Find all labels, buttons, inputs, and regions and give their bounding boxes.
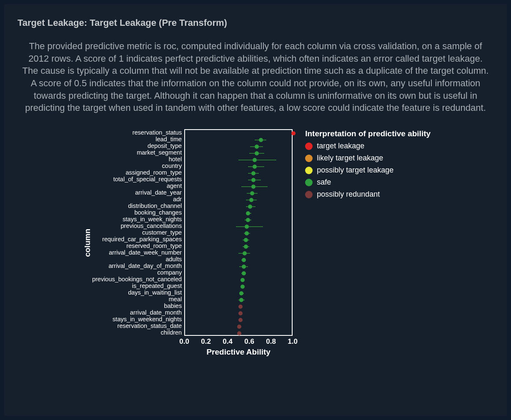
y-tick-label: previous_cancellations xyxy=(92,222,182,229)
legend-label: possibly target leakage xyxy=(317,166,393,175)
x-tick-label: 0.4 xyxy=(223,338,233,346)
y-tick-label: arrival_date_year xyxy=(92,189,182,196)
chart-container: column reservation_statuslead_timedeposi… xyxy=(18,129,493,357)
y-tick-label: arrival_date_month xyxy=(92,309,182,316)
report-panel: Target Leakage: Target Leakage (Pre Tran… xyxy=(4,4,507,416)
chart-area: column reservation_statuslead_timedeposi… xyxy=(80,129,293,357)
data-point xyxy=(244,238,248,242)
x-tick-label: 0.6 xyxy=(244,338,254,346)
y-tick-label: lead_time xyxy=(92,136,182,142)
y-tick-label: reservation_status_date xyxy=(92,322,182,329)
legend-swatch-icon xyxy=(305,155,313,162)
legend-title: Interpretation of predictive ability xyxy=(305,129,431,138)
y-tick-label: meal xyxy=(92,296,182,302)
x-tick-label: 0.8 xyxy=(266,338,276,346)
y-tick-label: total_of_special_requests xyxy=(92,176,182,182)
data-point xyxy=(249,198,253,202)
data-point xyxy=(242,271,246,275)
data-point xyxy=(237,325,241,329)
data-point xyxy=(242,258,246,262)
x-tick-label: 0.0 xyxy=(179,338,189,346)
data-point xyxy=(248,205,252,209)
legend-item: possibly redundant xyxy=(305,190,431,199)
y-tick-label: hotel xyxy=(92,156,182,162)
error-bar xyxy=(238,160,276,160)
legend-label: likely target leakage xyxy=(317,154,383,162)
data-point xyxy=(251,171,256,175)
error-bar xyxy=(236,226,263,227)
legend-swatch-icon xyxy=(305,179,313,186)
y-tick-label: customer_type xyxy=(92,229,182,236)
legend-item: safe xyxy=(305,178,431,187)
y-axis-labels: reservation_statuslead_timedeposit_typem… xyxy=(92,129,184,357)
page-title: Target Leakage: Target Leakage (Pre Tran… xyxy=(18,18,493,28)
y-tick-label: required_car_parking_spaces xyxy=(92,236,182,242)
y-tick-label: market_segment xyxy=(92,149,182,156)
data-point xyxy=(237,331,241,335)
legend-label: safe xyxy=(317,178,331,187)
y-tick-label: arrival_date_week_number xyxy=(92,249,182,256)
y-tick-label: distribution_channel xyxy=(92,202,182,209)
data-point xyxy=(243,251,247,255)
legend-swatch-icon xyxy=(305,167,313,174)
x-axis-title: Predictive Ability xyxy=(184,348,293,357)
data-point xyxy=(250,191,254,195)
data-point xyxy=(240,278,245,282)
data-point xyxy=(246,218,250,222)
x-tick-label: 0.2 xyxy=(201,338,211,346)
data-point xyxy=(251,185,256,189)
legend-item: target leakage xyxy=(305,142,431,150)
description-text: The provided predictive metric is roc, c… xyxy=(18,40,493,114)
data-point xyxy=(239,291,243,295)
data-point xyxy=(242,265,246,269)
data-point xyxy=(238,311,243,315)
y-tick-label: agent xyxy=(92,182,182,189)
y-tick-label: reserved_room_type xyxy=(92,242,182,249)
x-tick-label: 1.0 xyxy=(288,338,298,346)
y-tick-label: is_repeated_guest xyxy=(92,282,182,289)
data-point xyxy=(259,138,263,142)
y-tick-label: children xyxy=(92,329,182,336)
legend-items: target leakagelikely target leakagepossi… xyxy=(305,142,431,199)
y-tick-label: stays_in_week_nights xyxy=(92,216,182,222)
y-axis-title: column xyxy=(80,229,92,257)
y-tick-label: reservation_status xyxy=(92,129,182,136)
data-point xyxy=(245,225,249,229)
y-tick-label: stays_in_weekend_nights xyxy=(92,316,182,322)
y-tick-label: country xyxy=(92,162,182,169)
data-point xyxy=(291,131,296,135)
legend-item: possibly target leakage xyxy=(305,166,431,175)
data-point xyxy=(255,145,259,149)
legend-swatch-icon xyxy=(305,142,313,150)
data-point xyxy=(246,211,250,215)
y-tick-label: days_in_waiting_list xyxy=(92,289,182,296)
y-tick-label: adults xyxy=(92,256,182,262)
y-tick-label: adr xyxy=(92,196,182,202)
data-point xyxy=(253,165,257,169)
y-tick-label: assigned_room_type xyxy=(92,169,182,176)
legend-item: likely target leakage xyxy=(305,154,431,162)
data-point xyxy=(240,285,245,289)
legend-swatch-icon xyxy=(305,191,313,198)
legend-label: target leakage xyxy=(317,142,364,150)
legend-label: possibly redundant xyxy=(317,190,380,199)
plot-area xyxy=(184,129,293,336)
data-point xyxy=(253,158,257,162)
y-tick-label: company xyxy=(92,269,182,276)
y-tick-label: arrival_date_day_of_month xyxy=(92,262,182,269)
plot-column: 0.00.20.40.60.81.0 Predictive Ability xyxy=(184,129,293,357)
y-tick-label: booking_changes xyxy=(92,209,182,216)
data-point xyxy=(255,151,259,155)
data-point xyxy=(238,318,243,322)
data-point xyxy=(239,298,243,302)
y-tick-label: deposit_type xyxy=(92,142,182,149)
y-tick-label: babies xyxy=(92,302,182,309)
data-point xyxy=(244,245,248,249)
data-point xyxy=(245,231,249,235)
data-point xyxy=(251,178,256,182)
y-tick-label: previous_bookings_not_canceled xyxy=(92,276,182,282)
legend: Interpretation of predictive ability tar… xyxy=(305,129,431,357)
data-point xyxy=(238,305,243,309)
x-axis: 0.00.20.40.60.81.0 xyxy=(184,336,293,347)
